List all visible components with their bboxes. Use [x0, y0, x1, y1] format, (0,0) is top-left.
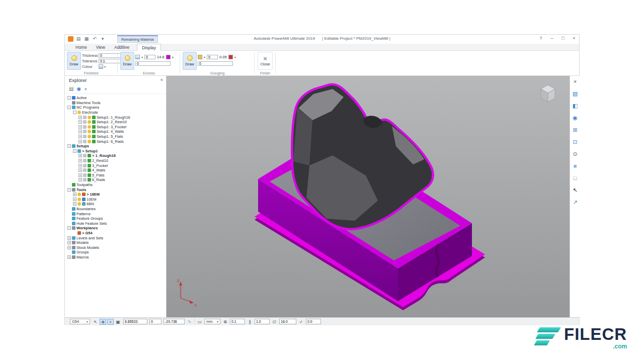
- tree-item[interactable]: Boundaries: [66, 207, 166, 212]
- expander-icon[interactable]: +: [78, 140, 82, 143]
- explorer-views-icon[interactable]: ▤: [69, 85, 73, 93]
- zoom-icon[interactable]: ⊙: [571, 150, 580, 158]
- explorer-record-icon[interactable]: ●: [84, 85, 87, 93]
- expander-icon[interactable]: -: [67, 96, 71, 100]
- tree-item[interactable]: -Electrode: [66, 110, 166, 115]
- snap-toggle-icon[interactable]: ⊕: [100, 319, 106, 325]
- explorer-close-icon[interactable]: ×: [160, 77, 163, 82]
- expander-icon[interactable]: +: [78, 173, 82, 177]
- cursor-position-icon[interactable]: ↖: [92, 319, 99, 325]
- expander-icon[interactable]: +: [67, 236, 71, 240]
- tree-item[interactable]: Hole Feature Sets: [66, 221, 166, 226]
- help-icon[interactable]: ?: [538, 36, 544, 41]
- excess-shade-swatch[interactable]: [135, 55, 140, 59]
- excess-min-field[interactable]: [144, 55, 155, 59]
- expander-icon[interactable]: +: [78, 135, 82, 138]
- pick-direction-icon[interactable]: ↗: [571, 199, 580, 206]
- add-point-icon[interactable]: +: [107, 319, 114, 325]
- tree-item[interactable]: +5_Flats: [66, 173, 166, 178]
- expander-icon[interactable]: +: [73, 198, 76, 201]
- viewmill-mode-icon[interactable]: ◧: [571, 102, 580, 110]
- expander-icon[interactable]: +: [78, 120, 82, 124]
- check-value-field[interactable]: [306, 319, 321, 324]
- expander-icon[interactable]: -: [73, 111, 76, 114]
- tree-item[interactable]: +Setup1: 5_Flats: [66, 134, 166, 139]
- tab-display[interactable]: Display: [137, 44, 161, 51]
- tree-item[interactable]: +Macros: [66, 255, 166, 260]
- tree-item[interactable]: +3_Pocket: [66, 163, 166, 168]
- tree-item[interactable]: -> Setup1: [66, 149, 166, 154]
- expander-icon[interactable]: -: [73, 149, 76, 153]
- statusbar-thickness-field[interactable]: [255, 319, 270, 324]
- tree-item[interactable]: +6BN: [66, 202, 166, 207]
- save-project-icon[interactable]: ▦: [84, 36, 90, 42]
- excess-draw-button[interactable]: Draw: [120, 52, 134, 70]
- tree-item[interactable]: Feature Groups: [66, 216, 166, 221]
- gouging-low-swatch[interactable]: [198, 55, 202, 59]
- tree-item[interactable]: -Setups: [66, 144, 166, 149]
- tree-item[interactable]: +Setup1: 2_Rest10: [66, 120, 166, 125]
- tree-item[interactable]: +Models: [66, 240, 166, 245]
- tree-item[interactable]: +Setup1: 6_Rads: [66, 139, 166, 144]
- wireframe-view-icon[interactable]: □: [571, 174, 580, 182]
- contextual-tab-remaining-material[interactable]: Remaining Material: [117, 35, 158, 43]
- zoom-box-icon[interactable]: ⊡: [571, 138, 580, 146]
- expander-icon[interactable]: +: [78, 125, 82, 129]
- expander-icon[interactable]: -: [67, 226, 71, 230]
- tree-item[interactable]: +Setup1: 3_Pocket: [66, 125, 166, 130]
- expander-icon[interactable]: +: [73, 193, 76, 196]
- workplane-selector[interactable]: G54 ▾: [70, 319, 90, 324]
- tree-item[interactable]: +4_Walls: [66, 168, 166, 173]
- edit-coordinates-icon[interactable]: ✎: [187, 319, 192, 324]
- tree-item[interactable]: +Setup1: 4_Walls: [66, 129, 166, 134]
- z-coordinate-field[interactable]: [164, 319, 185, 324]
- expander-icon[interactable]: +: [67, 255, 71, 259]
- expander-icon[interactable]: +: [73, 202, 76, 206]
- expander-icon[interactable]: +: [67, 241, 71, 244]
- tree-item[interactable]: +Setup1: 1_Rough16: [66, 115, 166, 120]
- tree-item[interactable]: -NC Programs: [66, 105, 166, 110]
- expander-icon[interactable]: +: [67, 246, 71, 249]
- expander-icon[interactable]: +: [78, 168, 82, 172]
- tree-item[interactable]: -Tools: [66, 187, 166, 192]
- tree-item[interactable]: > G54: [66, 231, 166, 236]
- tree-item[interactable]: -Workplanes: [66, 226, 166, 231]
- viewmill-block-icon[interactable]: ▧: [571, 90, 580, 98]
- gouging-colour-swatch[interactable]: [228, 55, 233, 59]
- viewport[interactable]: Z X: [167, 76, 570, 317]
- tree-item[interactable]: +2_Rest10: [66, 158, 166, 163]
- expander-icon[interactable]: +: [78, 178, 82, 182]
- statusbar-tolerance-field[interactable]: [230, 319, 245, 324]
- expander-icon[interactable]: -: [67, 106, 71, 109]
- finished-colour-swatch[interactable]: [99, 64, 103, 69]
- tree-item[interactable]: Machine Tools: [66, 101, 166, 106]
- tool-diameter-field[interactable]: [279, 319, 296, 324]
- undo-icon[interactable]: ↶: [92, 36, 98, 42]
- shaded-view-icon[interactable]: ■: [571, 162, 580, 170]
- expander-icon[interactable]: +: [78, 164, 82, 167]
- cursor-select-icon[interactable]: ↖: [571, 187, 580, 194]
- excess-value-field[interactable]: [135, 61, 171, 66]
- gouging-draw-button[interactable]: Draw: [183, 52, 197, 70]
- tree-item[interactable]: Patterns: [66, 211, 166, 216]
- tree-item[interactable]: +> 16EM: [66, 192, 166, 197]
- tab-home[interactable]: Home: [71, 44, 92, 51]
- expander-icon[interactable]: +: [78, 116, 82, 119]
- tree-item[interactable]: +Stock Models: [66, 245, 166, 250]
- tab-additive[interactable]: Additive: [110, 44, 134, 51]
- finished-draw-button[interactable]: Draw: [67, 52, 81, 70]
- grid-toggle-icon[interactable]: ▦: [115, 319, 121, 325]
- fit-to-view-icon[interactable]: ⊞: [571, 126, 580, 134]
- viewport-close-icon[interactable]: ×: [571, 78, 580, 85]
- tree-item[interactable]: +10EM: [66, 197, 166, 202]
- tree-item[interactable]: -Active: [66, 96, 166, 101]
- expander-icon[interactable]: +: [78, 130, 82, 133]
- powermill-logo[interactable]: [68, 36, 73, 42]
- minimize-icon[interactable]: –: [549, 36, 555, 41]
- tree-item[interactable]: Groups: [66, 250, 166, 255]
- viewport-3d-scene[interactable]: Z X: [167, 76, 570, 317]
- tree-item[interactable]: +Levels and Sets: [66, 235, 166, 240]
- expander-icon[interactable]: +: [78, 159, 82, 162]
- viewmill-sphere-icon[interactable]: ◉: [571, 114, 580, 122]
- units-selector[interactable]: mm ▾: [204, 319, 220, 324]
